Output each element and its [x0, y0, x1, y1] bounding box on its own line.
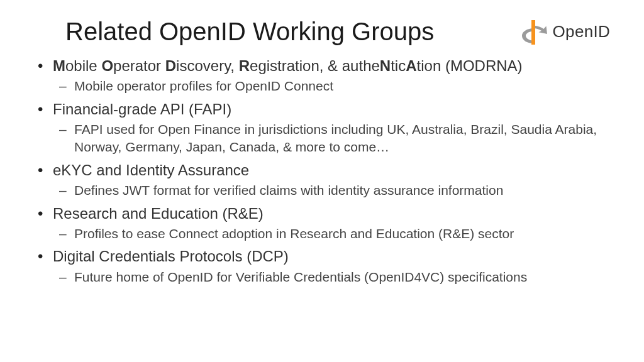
list-item: Research and Education (R&E) Profiles to… [53, 204, 610, 243]
slide: Related OpenID Working Groups OpenID Mob… [0, 0, 644, 362]
sub-list: Mobile operator profiles for OpenID Conn… [53, 77, 610, 95]
list-item-heading: Digital Credentials Protocols (DCP) [53, 248, 289, 265]
list-item-heading: Research and Education (R&E) [53, 205, 264, 222]
list-item-heading: Mobile Operator Discovery, Registration,… [53, 57, 523, 74]
openid-icon [519, 18, 548, 46]
sub-list: Profiles to ease Connect adoption in Res… [53, 225, 610, 243]
sub-list-item: FAPI used for Open Finance in jurisdicti… [74, 121, 610, 156]
sub-list: Defines JWT format for verified claims w… [53, 182, 610, 199]
sub-list-item: Mobile operator profiles for OpenID Conn… [74, 77, 610, 95]
list-item: eKYC and Identity Assurance Defines JWT … [53, 160, 610, 200]
sub-list-item: Profiles to ease Connect adoption in Res… [74, 225, 610, 243]
openid-logo: OpenID [519, 18, 610, 46]
list-item: Financial-grade API (FAPI) FAPI used for… [53, 99, 610, 156]
list-item: Mobile Operator Discovery, Registration,… [53, 56, 610, 96]
sub-list-item: Future home of OpenID for Verifiable Cre… [74, 268, 610, 286]
sub-list: Future home of OpenID for Verifiable Cre… [53, 268, 610, 286]
slide-header: Related OpenID Working Groups OpenID [34, 18, 610, 46]
openid-logo-text: OpenID [553, 22, 610, 41]
list-item: Digital Credentials Protocols (DCP) Futu… [53, 246, 610, 286]
bullet-list: Mobile Operator Discovery, Registration,… [34, 56, 610, 286]
list-item-heading: eKYC and Identity Assurance [53, 162, 249, 178]
list-item-heading: Financial-grade API (FAPI) [53, 101, 231, 118]
sub-list: FAPI used for Open Finance in jurisdicti… [53, 121, 610, 156]
slide-title: Related OpenID Working Groups [65, 18, 434, 46]
sub-list-item: Defines JWT format for verified claims w… [74, 182, 610, 199]
